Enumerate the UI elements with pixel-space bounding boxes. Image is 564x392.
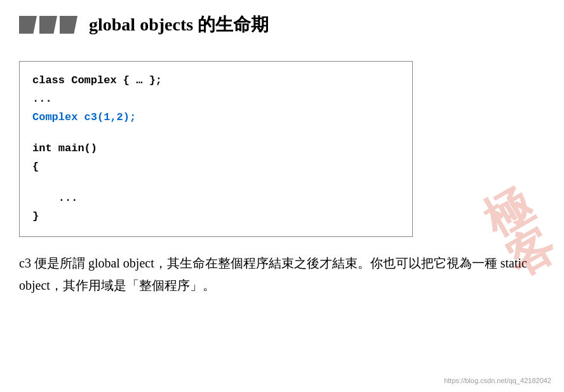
code-blank-1 bbox=[32, 127, 399, 140]
code-line-7: } bbox=[32, 208, 399, 226]
code-line-2: ... bbox=[32, 90, 399, 109]
page-container: global objects 的生命期 class Complex { … };… bbox=[0, 0, 564, 392]
code-line-5: { bbox=[32, 158, 399, 177]
icon-bar-1 bbox=[19, 16, 37, 34]
code-line-3: Complex c3(1,2); bbox=[32, 109, 399, 127]
code-line-4: int main() bbox=[32, 140, 399, 158]
title-text: global objects 的生命期 bbox=[89, 15, 269, 34]
code-line-1: class Complex { … }; bbox=[32, 72, 399, 90]
code-blank-2 bbox=[32, 177, 399, 189]
header: global objects 的生命期 bbox=[19, 13, 545, 43]
icon-bar-3 bbox=[60, 16, 77, 34]
page-title: global objects 的生命期 bbox=[89, 13, 269, 37]
header-icons bbox=[19, 16, 77, 34]
description-text: c3 便是所謂 global object，其生命在整個程序結束之後才結束。你也… bbox=[19, 252, 545, 297]
code-block: class Complex { … }; ... Complex c3(1,2)… bbox=[19, 61, 413, 237]
url-label: https://blog.csdn.net/qq_42182042 bbox=[444, 377, 551, 384]
code-line-6: ... bbox=[32, 189, 399, 208]
icon-bar-2 bbox=[39, 16, 57, 34]
